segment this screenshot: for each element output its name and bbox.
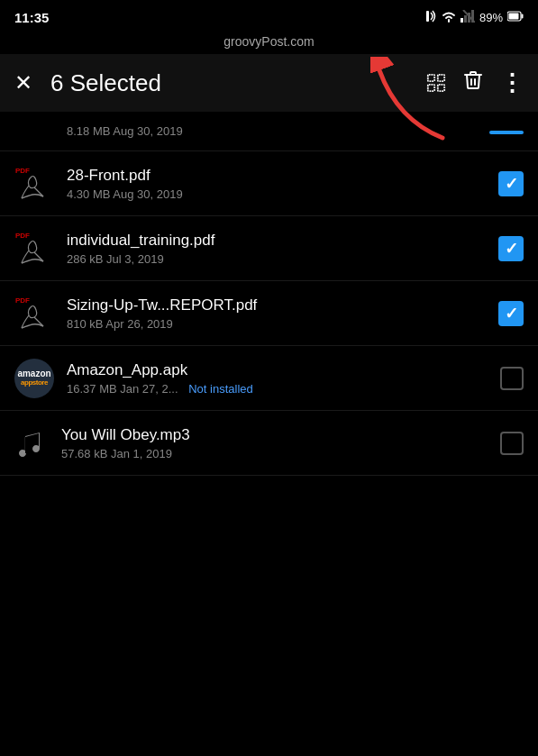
checkmark-icon: ✓ [505, 239, 518, 259]
svg-text:PDF: PDF [15, 167, 30, 175]
checkmark-icon: ✓ [505, 174, 518, 194]
file-name: Amazon_App.apk [67, 361, 500, 379]
svg-text:PDF: PDF [15, 296, 30, 305]
list-item[interactable]: PDF Sizing-Up-Tw...REPORT.pdf 810 kB Apr… [0, 281, 538, 346]
svg-rect-10 [438, 75, 444, 81]
svg-rect-8 [509, 13, 519, 19]
file-name: Sizing-Up-Tw...REPORT.pdf [67, 296, 498, 314]
battery-percentage: 89% [479, 11, 503, 24]
not-installed-badge: Not installed [188, 382, 253, 396]
battery-icon [507, 11, 524, 24]
file-checkbox-checked[interactable]: ✓ [498, 301, 524, 326]
svg-text:PDF: PDF [15, 232, 30, 240]
wifi-icon [442, 10, 456, 25]
watermark: groovyPost.com [0, 32, 538, 54]
amazon-label-bottom: appstore [21, 378, 48, 387]
list-item[interactable]: 8.18 MB Aug 30, 2019 [0, 112, 538, 151]
pdf-file-icon: PDF [14, 229, 54, 269]
more-options-icon[interactable]: ⋮ [500, 69, 524, 97]
status-bar: 11:35 8 [0, 0, 538, 32]
amazon-label-top: amazon [17, 369, 50, 378]
file-info: Amazon_App.apk 16.37 MB Jan 27, 2... Not… [67, 361, 500, 396]
file-meta: 4.30 MB Aug 30, 2019 [67, 187, 498, 201]
status-time: 11:35 [14, 10, 49, 25]
toolbar-actions: ⋮ [426, 69, 524, 97]
status-icons: 89% [424, 9, 524, 26]
close-button[interactable]: ✕ [14, 70, 32, 96]
file-meta: 810 kB Apr 26, 2019 [67, 317, 498, 331]
nfc-icon [424, 9, 437, 26]
pdf-file-icon: PDF [14, 294, 54, 333]
file-checkbox-unchecked[interactable] [500, 367, 524, 390]
file-meta: 57.68 kB Jan 1, 2019 [61, 447, 500, 460]
svg-rect-1 [460, 18, 463, 23]
file-name: 28-Front.pdf [67, 167, 498, 185]
file-checkbox-unchecked[interactable] [500, 432, 524, 455]
select-all-icon[interactable] [426, 73, 446, 93]
toolbar-title: 6 Selected [50, 69, 426, 97]
partial-progress-bar [489, 131, 524, 134]
svg-rect-2 [464, 15, 467, 23]
file-name: individual_training.pdf [67, 232, 498, 250]
music-file-icon [14, 426, 49, 460]
svg-rect-11 [428, 85, 434, 91]
amazon-app-icon: amazon appstore [14, 359, 54, 398]
list-item[interactable]: PDF 28-Front.pdf 4.30 MB Aug 30, 2019 ✓ [0, 151, 538, 216]
svg-rect-9 [428, 75, 434, 81]
signal-icon [460, 10, 475, 25]
toolbar: ✕ 6 Selected [0, 54, 538, 112]
file-info: Sizing-Up-Tw...REPORT.pdf 810 kB Apr 26,… [67, 296, 498, 331]
list-item[interactable]: amazon appstore Amazon_App.apk 16.37 MB … [0, 346, 538, 411]
file-list: 8.18 MB Aug 30, 2019 PDF 28-Front.pdf 4.… [0, 112, 538, 476]
list-item[interactable]: You Will Obey.mp3 57.68 kB Jan 1, 2019 [0, 411, 538, 476]
file-info: You Will Obey.mp3 57.68 kB Jan 1, 2019 [61, 426, 500, 460]
file-meta: 8.18 MB Aug 30, 2019 [14, 124, 183, 138]
file-checkbox-checked[interactable]: ✓ [498, 171, 524, 196]
file-info: 28-Front.pdf 4.30 MB Aug 30, 2019 [67, 167, 498, 201]
file-info: individual_training.pdf 286 kB Jul 3, 20… [67, 232, 498, 266]
file-name: You Will Obey.mp3 [61, 426, 500, 444]
svg-rect-12 [438, 85, 444, 91]
delete-icon[interactable] [462, 69, 484, 96]
list-item[interactable]: PDF individual_training.pdf 286 kB Jul 3… [0, 216, 538, 281]
file-meta: 16.37 MB Jan 27, 2... Not installed [67, 382, 500, 396]
pdf-file-icon: PDF [14, 164, 54, 204]
checkmark-icon: ✓ [505, 304, 518, 323]
svg-rect-0 [426, 11, 429, 22]
file-checkbox-checked[interactable]: ✓ [498, 236, 524, 261]
svg-rect-7 [522, 14, 524, 18]
file-meta: 286 kB Jul 3, 2019 [67, 252, 498, 266]
